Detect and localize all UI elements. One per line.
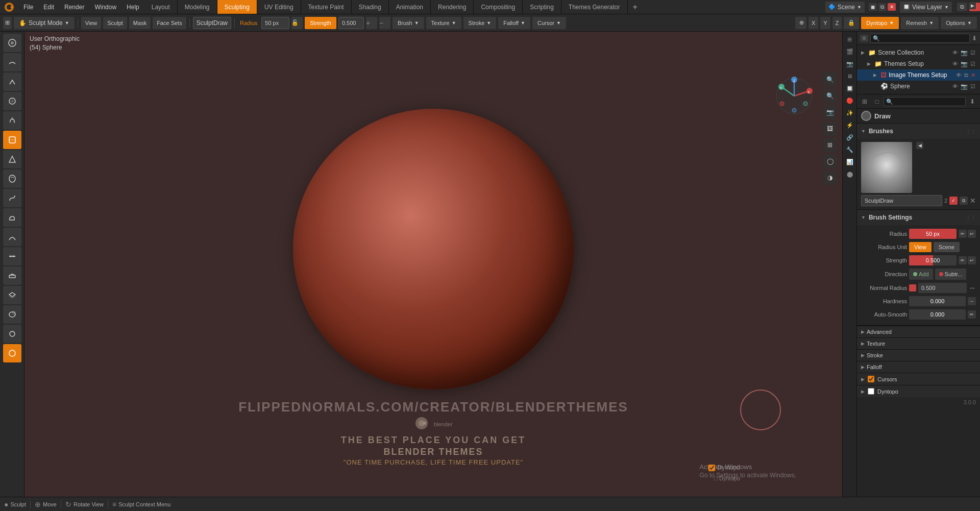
zoom-out-btn[interactable]: 🔍 (823, 89, 837, 103)
texture-section[interactable]: ▶ Texture (857, 337, 980, 349)
props-particles-btn[interactable]: ✨ (844, 107, 855, 118)
props-view-btn[interactable]: 🔲 (844, 83, 855, 94)
mode-selector[interactable]: ✋ Sculpt Mode ▼ (14, 17, 75, 29)
transform-icon-btn[interactable]: ⊕ (795, 17, 806, 29)
scene-selector[interactable]: 🔷 Scene ▼ (825, 2, 865, 13)
tool-simplify[interactable] (3, 344, 21, 362)
view-layer-selector[interactable]: 🔲 View Layer ▼ (900, 2, 952, 13)
tool-sculpt-draw[interactable] (3, 34, 21, 52)
viewport[interactable]: User Orthographic (54) Sphere X Y Z (24, 32, 842, 497)
camera-icon[interactable]: 📷 (960, 50, 968, 56)
dyntopo-settings-checkbox[interactable] (868, 388, 874, 395)
strength-btn[interactable]: Strength (305, 17, 336, 29)
dyntopo-section[interactable]: ▶ Dyntopo (857, 385, 980, 397)
tab-rendering[interactable]: Rendering (431, 0, 474, 14)
view-grid-btn[interactable]: ⊞ (823, 138, 837, 152)
advanced-section[interactable]: ▶ Advanced (857, 326, 980, 337)
tab-animation[interactable]: Animation (389, 0, 431, 14)
menu-edit[interactable]: Edit (38, 0, 59, 14)
strength-bar[interactable]: 0.500 (909, 255, 957, 265)
strength-reset-btn[interactable]: ↩ (968, 256, 976, 264)
brush-name-container[interactable]: SculptDraw (193, 17, 231, 29)
view-overlay-btn[interactable]: ◯ (823, 154, 837, 168)
props-output-btn[interactable]: 🖥 (844, 70, 855, 82)
radius-edit-btn[interactable]: ✏ (959, 230, 967, 238)
props-render-btn[interactable]: 📷 (844, 58, 855, 69)
brush-expand-btn[interactable]: ◀ (916, 142, 923, 149)
strength-sub-btn[interactable]: − (379, 17, 390, 29)
image-eye-icon[interactable]: 👁 (955, 72, 962, 78)
themes-select-icon[interactable]: ☑ (970, 61, 976, 67)
view-camera-btn[interactable]: 📷 (823, 105, 837, 119)
tool-draw-face-sets[interactable] (3, 131, 21, 149)
falloff-section[interactable]: ▶ Falloff (857, 361, 980, 373)
brush-pin-btn[interactable]: ✓ (949, 197, 958, 205)
props-physics-btn[interactable]: ⚡ (844, 119, 855, 131)
view-shading-btn[interactable]: ◑ (823, 171, 837, 185)
eye-icon[interactable]: 👁 (952, 50, 959, 56)
tree-scene-collection[interactable]: ▶ 📁 Scene Collection 👁 📷 ☑ (857, 47, 980, 58)
hardness-link-btn[interactable]: ↔ (968, 297, 976, 305)
dyntopo-btn[interactable]: Dyntopo ▼ (861, 17, 899, 29)
tree-image-themes-setup[interactable]: ▶ 🖼 Image Themes Setup 👁 ⧉ ✕ (857, 69, 980, 81)
tab-uv-editing[interactable]: UV Editing (257, 0, 301, 14)
tab-themes-generator[interactable]: Themes Generator (561, 0, 628, 14)
props-view-btn2[interactable]: □ (871, 96, 883, 107)
remesh-btn[interactable]: Remesh ▼ (901, 17, 939, 29)
tab-sculpting[interactable]: Sculpting (217, 0, 257, 14)
tab-layout[interactable]: Layout (144, 0, 178, 14)
menu-render[interactable]: Render (59, 0, 89, 14)
tool-mask[interactable] (3, 169, 21, 188)
outliner-settings-btn[interactable]: ⚙ (860, 35, 868, 42)
brush-x-btn[interactable]: ✕ (970, 197, 976, 205)
zoom-in-btn[interactable]: 🔍 (823, 72, 837, 87)
radius-lock-btn[interactable]: 🔓 (291, 17, 303, 29)
props-modifier-btn[interactable]: 🔧 (844, 144, 855, 155)
tab-texture-paint[interactable]: Texture Paint (301, 0, 352, 14)
brush-settings-header[interactable]: ▼ Brush Settings ⋮⋮ (857, 210, 980, 225)
viewport-lock-btn[interactable]: 🔒 (844, 17, 859, 29)
tool-grab[interactable] (3, 111, 21, 130)
viewport-type-btn[interactable]: ⊞ (3, 17, 12, 29)
autosmooth-bar[interactable]: 0.000 (909, 309, 966, 320)
image-x-icon[interactable]: ✕ (970, 72, 976, 79)
brush-name-display[interactable]: SculptDraw (861, 195, 942, 206)
tab-compositing[interactable]: Compositing (474, 0, 523, 14)
props-active-btn[interactable]: 🔴 (844, 95, 855, 106)
outliner-search[interactable] (870, 34, 970, 43)
tab-modeling[interactable]: Modeling (178, 0, 217, 14)
texture-dropdown[interactable]: Texture ▼ (426, 17, 461, 29)
view-render-btn[interactable]: 🖼 (823, 121, 837, 136)
themes-eye-icon[interactable]: 👁 (952, 61, 959, 67)
radius-bar[interactable]: 50 px (909, 229, 957, 239)
props-filter-btn[interactable]: ⊞ (859, 96, 870, 107)
face-sets-menu-btn[interactable]: Face Sets (153, 17, 186, 29)
tool-blob[interactable] (3, 305, 21, 324)
image-copy-icon[interactable]: ⧉ (964, 72, 969, 79)
props-search[interactable] (884, 97, 966, 106)
tool-layer[interactable] (3, 286, 21, 304)
dir-sub-btn[interactable]: Subtr... (935, 269, 967, 280)
scene-x-btn[interactable]: ✕ (888, 3, 896, 11)
tab-shading[interactable]: Shading (352, 0, 389, 14)
select-icon[interactable]: ☑ (970, 50, 976, 56)
outliner-filter-btn[interactable]: ⬇ (972, 35, 977, 42)
mask-menu-btn[interactable]: Mask (129, 17, 151, 29)
hardness-bar[interactable]: 0.000 (909, 296, 966, 306)
strength-value-field[interactable]: 0.500 (338, 17, 364, 29)
tool-flatten[interactable] (3, 247, 21, 265)
options-btn[interactable]: Options ▼ (941, 17, 977, 29)
scene-add-btn[interactable]: ◼ (869, 3, 877, 11)
sculpt-menu-btn[interactable]: Sculpt (103, 17, 127, 29)
tab-scripting[interactable]: Scripting (523, 0, 561, 14)
unit-scene-btn[interactable]: Scene (934, 242, 960, 252)
stroke-section[interactable]: ▶ Stroke (857, 349, 980, 361)
sphere-select-icon[interactable]: ☑ (970, 83, 976, 90)
tree-sphere[interactable]: ⚽ Sphere 👁 📷 ☑ (857, 81, 980, 92)
add-workspace-tab-button[interactable]: + (628, 0, 643, 14)
x-axis-btn[interactable]: X (808, 17, 818, 29)
props-sort-btn[interactable]: ⬇ (967, 96, 978, 107)
props-scene-btn[interactable]: 🎬 (844, 46, 855, 57)
sphere-camera-icon[interactable]: 📷 (960, 83, 968, 90)
themes-camera-icon[interactable]: 📷 (960, 61, 968, 67)
